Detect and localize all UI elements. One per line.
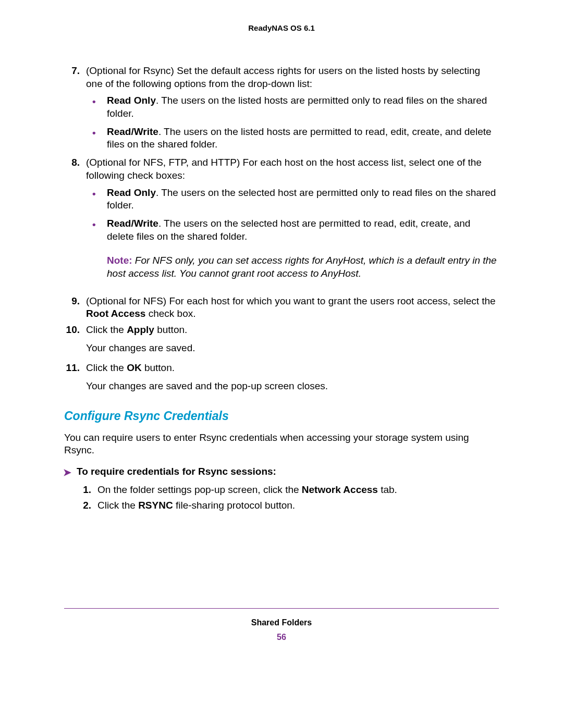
option-desc: . The users on the selected host are per… bbox=[107, 187, 496, 211]
running-header: ReadyNAS OS 6.1 bbox=[64, 23, 499, 32]
note-label: Note: bbox=[107, 255, 132, 266]
bullet-item: • Read Only. The users on the listed hos… bbox=[86, 94, 499, 120]
step-11: 11. Click the OK button. bbox=[64, 362, 499, 375]
instruction-2: 2. Click the RSYNC file-sharing protocol… bbox=[76, 499, 499, 512]
bullet-item: • Read Only. The users on the selected h… bbox=[86, 187, 499, 212]
bullet-list: • Read Only. The users on the listed hos… bbox=[86, 94, 499, 151]
instruction-1: 1. On the folder settings pop-up screen,… bbox=[76, 484, 499, 497]
bullet-icon: • bbox=[92, 95, 96, 108]
step-text-bold: Apply bbox=[127, 324, 154, 335]
bullet-list: • Read Only. The users on the selected h… bbox=[86, 187, 499, 243]
step-number: 11. bbox=[64, 362, 80, 375]
step-text-bold: Root Access bbox=[86, 308, 145, 319]
option-label: Read Only bbox=[107, 95, 156, 106]
step-result: Your changes are saved and the pop-up sc… bbox=[86, 380, 499, 393]
option-desc: . The users on the listed hosts are perm… bbox=[107, 126, 492, 150]
bullet-icon: • bbox=[92, 188, 96, 201]
step-text-pre: Click the bbox=[86, 324, 127, 335]
step-text-bold: Network Access bbox=[302, 484, 378, 495]
step-text: (Optional for Rsync) Set the default acc… bbox=[86, 65, 480, 89]
bullet-item: • Read/Write. The users on the listed ho… bbox=[86, 126, 499, 151]
page-footer: Shared Folders 56 bbox=[64, 608, 499, 642]
page-content: 7. (Optional for Rsync) Set the default … bbox=[64, 65, 499, 512]
step-list-continued: 7. (Optional for Rsync) Set the default … bbox=[64, 65, 499, 337]
step-text-post: tab. bbox=[378, 484, 397, 495]
section-heading: Configure Rsync Credentials bbox=[64, 409, 499, 424]
step-text-bold: OK bbox=[127, 362, 142, 373]
bullet-icon: • bbox=[92, 218, 96, 231]
footer-page-number: 56 bbox=[64, 633, 499, 642]
step-number: 10. bbox=[64, 324, 80, 337]
step-text-post: file-sharing protocol button. bbox=[173, 500, 295, 511]
step-text-post: check box. bbox=[145, 308, 195, 319]
step-text-post: button. bbox=[154, 324, 187, 335]
step-10: 10. Click the Apply button. bbox=[64, 324, 499, 337]
document-page: ReadyNAS OS 6.1 7. (Optional for Rsync) … bbox=[0, 0, 563, 728]
step-text-post: button. bbox=[142, 362, 175, 373]
note-block: Note: For NFS only, you can set access r… bbox=[86, 254, 499, 280]
option-label: Read/Write bbox=[107, 218, 158, 229]
footer-section-name: Shared Folders bbox=[64, 618, 499, 627]
section-intro: You can require users to enter Rsync cre… bbox=[64, 431, 499, 457]
instruction-heading: ➤ To require credentials for Rsync sessi… bbox=[64, 465, 499, 478]
step-number: 9. bbox=[64, 295, 80, 308]
step-number: 8. bbox=[64, 156, 80, 169]
instruction-list: 1. On the folder settings pop-up screen,… bbox=[76, 484, 499, 512]
step-result: Your changes are saved. bbox=[86, 342, 499, 355]
bullet-icon: • bbox=[92, 127, 96, 140]
step-text: (Optional for NFS, FTP, and HTTP) For ea… bbox=[86, 157, 482, 181]
step-7: 7. (Optional for Rsync) Set the default … bbox=[64, 65, 499, 151]
step-9: 9. (Optional for NFS) For each host for … bbox=[64, 295, 499, 320]
step-text-pre: On the folder settings pop-up screen, cl… bbox=[97, 484, 302, 495]
instruction-heading-text: To require credentials for Rsync session… bbox=[77, 466, 276, 477]
option-desc: . The users on the listed hosts are perm… bbox=[107, 95, 487, 119]
arrow-icon: ➤ bbox=[63, 466, 71, 479]
step-text-pre: (Optional for NFS) For each host for whi… bbox=[86, 295, 496, 306]
step-text-pre: Click the bbox=[97, 500, 138, 511]
option-desc: . The users on the selected host are per… bbox=[107, 218, 470, 242]
step-text-pre: Click the bbox=[86, 362, 127, 373]
note-text: For NFS only, you can set access rights … bbox=[107, 255, 497, 279]
step-list-continued-2: 11. Click the OK button. bbox=[64, 362, 499, 375]
step-text-bold: RSYNC bbox=[138, 500, 173, 511]
step-8: 8. (Optional for NFS, FTP, and HTTP) For… bbox=[64, 156, 499, 280]
step-number: 2. bbox=[76, 499, 91, 512]
option-label: Read Only bbox=[107, 187, 156, 198]
step-number: 7. bbox=[64, 65, 80, 78]
option-label: Read/Write bbox=[107, 126, 158, 137]
bullet-item: • Read/Write. The users on the selected … bbox=[86, 217, 499, 243]
step-number: 1. bbox=[76, 484, 91, 497]
